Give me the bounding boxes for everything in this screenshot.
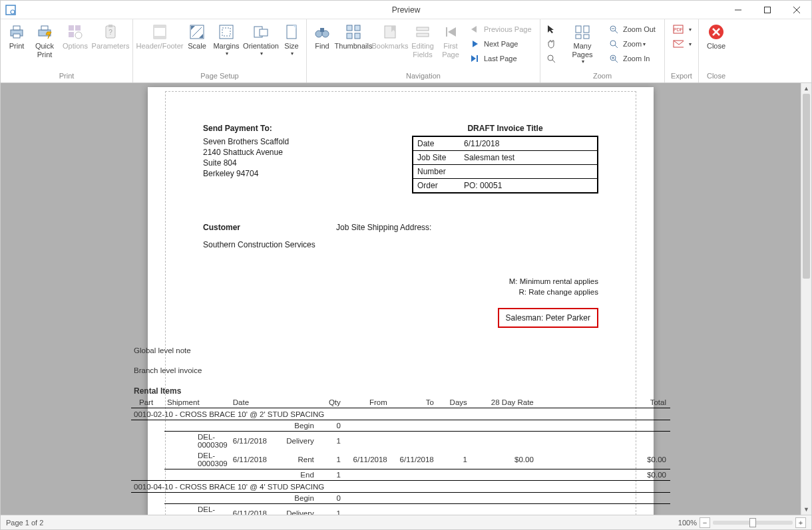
last-page-button[interactable]: Last Page — [465, 51, 536, 66]
many-pages-icon — [574, 23, 591, 41]
invoice-row: Number — [413, 164, 597, 178]
header-footer-icon — [151, 23, 168, 41]
window-title: Preview — [392, 5, 421, 15]
svg-point-50 — [548, 55, 553, 61]
svg-text:PDF: PDF — [674, 27, 683, 32]
col-from: From — [343, 397, 390, 408]
svg-rect-27 — [222, 28, 230, 36]
previous-page-button[interactable]: Previous Page — [465, 22, 536, 37]
svg-rect-3 — [765, 7, 771, 13]
svg-rect-41 — [417, 27, 429, 31]
page-indicator: Page 1 of 2 — [1, 519, 678, 527]
pointer-tool-button[interactable] — [544, 22, 560, 37]
label: Thumbnails — [335, 42, 373, 51]
first-page-button[interactable]: First Page — [437, 21, 464, 70]
quick-print-button[interactable]: Quick Print — [30, 21, 59, 70]
svg-marker-46 — [473, 41, 478, 47]
group-label: Navigation — [309, 70, 537, 82]
preview-viewport: Send Payment To: Seven Brothers Scaffold… — [1, 83, 811, 515]
svg-marker-25 — [199, 34, 203, 38]
zoom-plus-button[interactable]: + — [795, 517, 806, 528]
item-begin-row: Begin0 — [131, 493, 670, 504]
hand-icon — [546, 39, 556, 49]
margins-button[interactable]: Margins▾ — [210, 21, 242, 70]
thumbnails-button[interactable]: Thumbnails — [335, 21, 372, 70]
rental-items-heading: Rental Items — [131, 386, 670, 396]
col-shipment: Shipment — [164, 397, 230, 408]
first-page-icon — [442, 23, 459, 41]
col-days: Days — [437, 397, 470, 408]
header-footer-button[interactable]: Header/Footer — [136, 21, 184, 70]
svg-rect-21 — [154, 36, 166, 39]
col-total: Total — [536, 397, 670, 408]
group-label: Zoom — [543, 70, 662, 82]
size-button[interactable]: Size▾ — [280, 21, 304, 70]
print-button[interactable]: Print — [3, 21, 30, 70]
svg-rect-34 — [320, 28, 324, 32]
find-button[interactable]: Find — [309, 21, 335, 70]
scroll-down-button[interactable]: ▼ — [801, 504, 811, 515]
close-preview-button[interactable]: Close — [702, 21, 731, 70]
label: Last Page — [484, 55, 517, 63]
svg-rect-13 — [75, 25, 81, 31]
statusbar: Page 1 of 2 100% − + — [1, 515, 811, 529]
next-page-button[interactable]: Next Page — [465, 37, 536, 51]
margins-icon — [218, 23, 235, 41]
scroll-track[interactable] — [801, 94, 811, 504]
label: Bookmarks — [371, 42, 408, 51]
preview-scroller[interactable]: Send Payment To: Seven Brothers Scaffold… — [1, 83, 801, 515]
prev-icon — [469, 24, 480, 35]
clipboard-icon: ? — [102, 23, 119, 41]
bookmarks-button[interactable]: Bookmarks — [372, 21, 408, 70]
export-pdf-button[interactable]: PDF▾ — [669, 22, 694, 37]
editing-fields-button[interactable]: Editing Fields — [408, 21, 437, 70]
magnifier-tool-button[interactable] — [544, 51, 560, 66]
hand-tool-button[interactable] — [544, 37, 560, 51]
titlebar: Preview — [1, 1, 811, 19]
label: Print — [9, 42, 25, 51]
svg-point-15 — [75, 32, 82, 39]
note-branch: Branch level invoice — [134, 366, 668, 374]
scale-button[interactable]: Scale — [184, 21, 210, 70]
close-window-button[interactable] — [782, 1, 811, 19]
send-payment-to: Send Payment To: Seven Brothers Scaffold… — [203, 124, 403, 194]
svg-rect-8 — [13, 34, 20, 38]
zoom-out-button[interactable]: Zoom Out — [604, 22, 660, 37]
item-end-row: End1$0.00 — [131, 469, 670, 481]
addr2: Suite 804 — [203, 158, 403, 168]
item-row: DEL-00003096/11/2018Delivery1 — [131, 432, 670, 451]
zoom-button[interactable]: Zoom▾ — [604, 37, 660, 51]
next-icon — [469, 39, 480, 49]
customer-heading: Customer — [203, 223, 336, 232]
orientation-button[interactable]: Orientation▾ — [242, 21, 280, 70]
group-label: Print — [3, 70, 130, 82]
label: Next Page — [484, 40, 518, 48]
maximize-button[interactable] — [753, 1, 782, 19]
zoom-slider[interactable] — [713, 521, 793, 525]
svg-rect-12 — [69, 25, 74, 31]
scroll-up-button[interactable]: ▲ — [801, 83, 811, 94]
parameters-button[interactable]: ? Parameters — [91, 21, 130, 70]
zoom-slider-handle[interactable] — [749, 518, 756, 527]
item-group-row: 0010-04-10 - CROSS BRACE 10' @ 4' STUD S… — [131, 481, 670, 493]
zoom-minus-button[interactable]: − — [700, 517, 710, 528]
export-mail-button[interactable]: ▾ — [669, 37, 694, 51]
many-pages-button[interactable]: Many Pages▾ — [562, 21, 603, 70]
label: Zoom — [623, 40, 642, 48]
svg-rect-54 — [576, 35, 581, 39]
svg-rect-29 — [260, 29, 268, 36]
svg-rect-10 — [41, 26, 48, 30]
zoom-in-button[interactable]: Zoom In — [604, 51, 660, 66]
vertical-scrollbar[interactable]: ▲ ▼ — [801, 83, 811, 515]
group-label: Export — [668, 70, 696, 82]
editing-fields-icon — [414, 23, 431, 41]
invoice-row-key: Order — [413, 179, 460, 192]
svg-marker-44 — [448, 27, 456, 37]
scroll-thumb[interactable] — [803, 94, 810, 279]
minimize-button[interactable] — [723, 1, 753, 19]
label: Find — [315, 42, 329, 51]
page: Send Payment To: Seven Brothers Scaffold… — [148, 87, 654, 515]
options-button[interactable]: Options — [59, 21, 91, 70]
label: First Page — [442, 42, 459, 59]
zoom-out-icon — [608, 24, 619, 35]
